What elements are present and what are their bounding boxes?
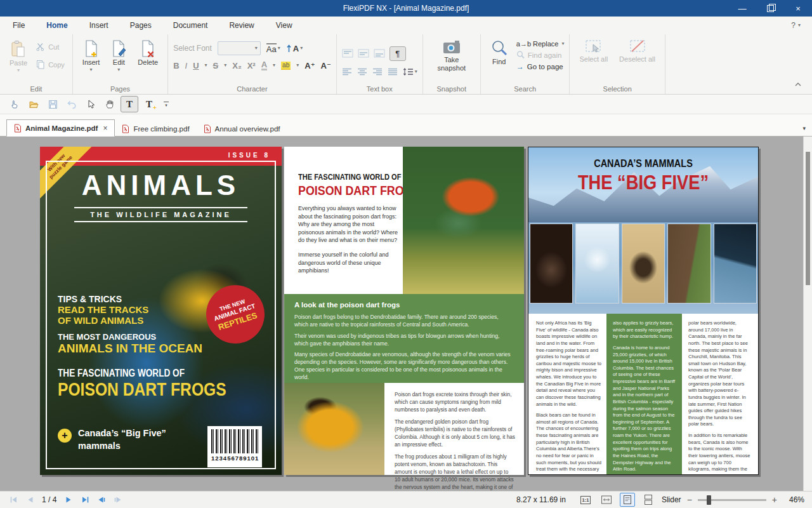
fit-width-button[interactable] [599,493,614,507]
copy-icon [36,60,45,69]
previous-page-button[interactable] [24,495,36,505]
pdf-page-2[interactable]: THE FASCINATING WORLD OF POISON DART FRO… [284,147,524,475]
reptiles-badge: THE NEW ANIMAL FACT REPTILES [199,277,272,351]
add-text-tool-button[interactable]: T+ [141,97,157,112]
font-size-combobox[interactable]: ▾ [218,41,261,55]
help-icon: ? [791,21,796,30]
shrink-font-button[interactable]: A⁻ [321,61,331,70]
find-button[interactable]: Find [486,38,513,84]
tab-file[interactable]: File [11,17,26,34]
textbox-top-icon[interactable] [342,49,353,58]
undo-button[interactable] [63,97,80,112]
fit-page-button[interactable] [620,493,635,507]
fit-page-icon [622,495,633,505]
align-center-icon[interactable] [357,68,368,76]
close-button[interactable]: × [784,0,812,17]
box-paragraph: The endangered golden poison dart frog (… [395,418,515,448]
subscript-button[interactable]: X₂ [232,61,241,70]
pdf-page-3[interactable]: CANADA’S MAMMALS THE “BIG FIVE” Not only… [528,147,759,475]
green-paragraph: Poison dart frogs belong to the Dendroba… [294,314,514,329]
select-tool-button[interactable] [82,97,99,112]
minimize-button[interactable]: — [728,0,756,17]
text-direction-button[interactable]: A ▾ [286,44,303,53]
copy-button[interactable]: Copy [33,58,67,70]
tab-home[interactable]: Home [45,15,69,36]
undo-icon [67,100,77,109]
golden-frog-photo [284,383,384,475]
find-again-button[interactable]: Find again [516,51,565,59]
paste-button[interactable]: Paste ▾ [5,38,32,84]
highlight-button[interactable]: ab [281,62,291,70]
zoom-slider[interactable] [698,499,766,501]
italic-button[interactable]: I [185,61,188,70]
pointing-hand-icon [10,99,20,109]
tab-review[interactable]: Review [228,17,255,34]
doctab-animal-magazine[interactable]: Animal Magazine.pdf × [6,119,115,137]
tab-view[interactable]: View [275,17,294,34]
tab-list-dropdown[interactable]: ▾ [802,125,806,131]
select-all-icon [585,39,603,55]
edit-page-label: Edit [113,58,125,67]
group-label-snapshot: Snapshot [423,85,480,93]
line-spacing-icon [403,67,414,76]
edit-text-tool-button[interactable]: T [121,96,138,112]
collapse-ribbon-button[interactable] [794,80,802,89]
overflow-bar [164,102,169,102]
select-all-button[interactable]: Select all [575,38,612,84]
help-button[interactable]: ? ▾ [791,21,801,30]
tab-document[interactable]: Document [172,17,209,34]
strikethrough-button[interactable]: S [213,61,219,70]
open-button[interactable] [25,97,42,112]
tab-insert[interactable]: Insert [88,17,110,34]
view-forward-button[interactable] [112,495,124,505]
continuous-view-button[interactable] [641,493,656,507]
view-back-button[interactable] [96,495,107,505]
next-page-button[interactable] [63,495,74,505]
zoom-slider-thumb[interactable] [707,495,711,505]
deselect-all-button[interactable]: Deselect all [615,38,660,84]
scrollbar-thumb[interactable] [806,152,810,285]
insert-page-button[interactable]: Insert ▾ [78,38,105,84]
chevron-down-icon: ▾ [798,23,801,28]
first-page-button[interactable] [8,495,19,505]
formatting-marks-button[interactable]: ¶ [390,46,406,61]
edit-page-button[interactable]: Edit ▾ [107,38,131,84]
touch-mode-button[interactable] [6,97,23,112]
pdf-page-1[interactable]: ISSUE 8 With new puzzle game ANIMALS THE… [40,147,282,475]
textbox-middle-icon[interactable] [358,49,369,58]
restore-button[interactable] [756,0,784,17]
mountains-header: CANADA’S MAMMALS THE “BIG FIVE” [528,147,758,222]
change-case-button[interactable]: Aa ▾ [266,43,280,54]
save-button[interactable] [44,97,61,112]
chevron-down-icon: ▾ [415,69,417,74]
tab-close-icon[interactable]: × [103,124,107,133]
bold-button[interactable]: B [173,61,179,70]
cover-ocean-block: THE MOST DANGEROUS ANIMALS IN THE OCEAN [58,332,202,356]
superscript-button[interactable]: X² [247,61,256,70]
take-snapshot-button[interactable]: Take snapshot [428,38,475,84]
last-page-button[interactable] [79,495,91,505]
toolbar-overflow-button[interactable]: ▾ [164,102,169,107]
zoom-in-button[interactable]: + [772,495,777,504]
align-right-icon[interactable] [372,68,383,76]
line-spacing-button[interactable]: ▾ [403,67,417,76]
cut-button[interactable]: Cut [33,41,67,53]
align-left-icon[interactable] [342,68,353,76]
delete-page-button[interactable]: Delete [133,38,162,84]
doctab-label: Annual overview.pdf [215,125,280,133]
underline-button[interactable]: U [193,61,199,70]
doctab-free-climbing[interactable]: Free climbing.pdf [115,121,196,137]
hand-tool-button[interactable] [102,97,118,112]
go-to-page-button[interactable]: → Go to page [516,62,565,71]
actual-size-button[interactable]: 1:1 [578,493,593,507]
zoom-out-button[interactable]: − [687,495,692,504]
font-color-button[interactable]: A [261,60,267,70]
grow-font-button[interactable]: A⁺ [304,61,315,70]
justify-icon[interactable] [388,68,398,76]
replace-button[interactable]: a→b Replace ▾ [516,40,565,48]
document-canvas[interactable]: ISSUE 8 With new puzzle game ANIMALS THE… [0,137,812,491]
tab-pages[interactable]: Pages [129,17,153,34]
doctab-annual-overview[interactable]: Annual overview.pdf [197,121,287,137]
textbox-bottom-icon[interactable] [374,49,385,58]
vertical-scrollbar[interactable] [803,137,812,491]
